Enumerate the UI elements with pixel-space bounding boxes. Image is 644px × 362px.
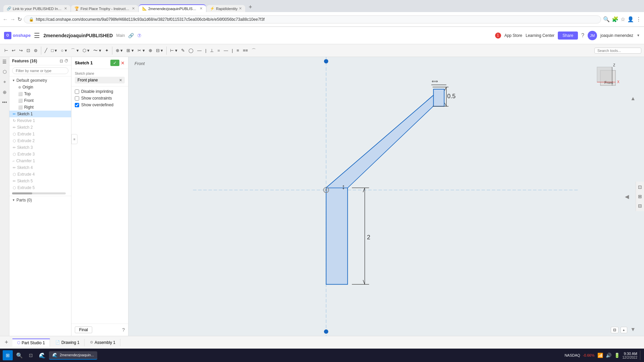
tool-side-panel[interactable]: ⊢ [3, 47, 10, 54]
feature-search-input[interactable] [12, 67, 68, 74]
tool-polygon[interactable]: ⬡ ▾ [81, 47, 92, 54]
show-overdefined-checkbox[interactable] [75, 103, 79, 107]
plane-close-icon[interactable]: ✕ [119, 78, 122, 82]
reload-button[interactable]: ↻ [17, 16, 22, 22]
new-tab-button[interactable]: + [246, 4, 255, 11]
tool-coincident[interactable]: ◯ [187, 47, 195, 54]
tab-1-close[interactable]: ✕ [64, 6, 67, 11]
zoom-fit-button[interactable]: ⊡ [611, 327, 619, 333]
sound-icon[interactable]: 🔊 [606, 353, 611, 358]
tool-construct[interactable]: ⊕ ▾ [114, 47, 125, 54]
tool-fix[interactable]: ⌒ [250, 47, 258, 55]
profile-icon[interactable]: 👤 [627, 16, 634, 22]
collapse-panel-button[interactable]: ≡ [71, 134, 77, 144]
tool-select[interactable]: ✎ [179, 47, 186, 54]
tree-item-right[interactable]: ⬜ Right [9, 104, 71, 111]
origin-icon[interactable]: ⊕ [3, 89, 7, 95]
tool-line[interactable]: ╱ [43, 47, 49, 54]
tool-redo[interactable]: ↪ [17, 47, 24, 54]
tool-rect[interactable]: □ ▾ [49, 47, 59, 54]
viewport-icon-2[interactable]: ⊞ [637, 192, 643, 200]
tree-item-sketch1[interactable]: ✏ Sketch 1 [9, 111, 71, 117]
tab-drawing[interactable]: 📄 Drawing 1 [51, 339, 85, 346]
tool-paste[interactable]: ⊚ [32, 47, 39, 54]
tree-item-top[interactable]: ⬜ Top [9, 90, 71, 97]
tree-item-sketch5[interactable]: ✏ Sketch 5 [9, 178, 71, 184]
user-avatar[interactable]: JM [588, 31, 597, 40]
sketch-cancel-button[interactable]: ✕ [121, 60, 125, 66]
tree-item-sketch2[interactable]: ✏ Sketch 2 [9, 124, 71, 131]
mates-icon[interactable]: ⌖ [3, 79, 6, 85]
menu-icon[interactable]: ☰ [34, 32, 40, 40]
tool-tangent[interactable]: | [204, 47, 208, 54]
app-taskbar-item[interactable]: 🌊 2menendezjoaquin... [49, 351, 97, 360]
zoom-in-button[interactable]: + [621, 327, 627, 333]
parts-section[interactable]: ▼ Parts (0) [9, 196, 71, 204]
user-chevron[interactable]: ▼ [637, 34, 640, 37]
tab-3[interactable]: 📐 2menendezjoaquinPUBLISHED ✕ [139, 4, 206, 12]
extensions-icon[interactable]: 🧩 [612, 16, 619, 22]
tool-dimension[interactable]: ⊢ ▾ [168, 47, 179, 54]
help-icon[interactable]: ? [581, 33, 584, 39]
tool-search-input[interactable] [594, 48, 641, 54]
tool-mirror[interactable]: ⊕ [147, 47, 154, 54]
start-button[interactable]: ⊞ [3, 350, 13, 360]
tool-horizontal[interactable]: — [222, 47, 230, 54]
disable-imprinting-option[interactable]: Disable imprinting [75, 89, 125, 94]
tree-group-default[interactable]: ▼ Default geometry [9, 77, 71, 84]
show-overdefined-option[interactable]: Show overdefined [75, 103, 125, 107]
tool-equal[interactable]: ≡ [235, 47, 241, 54]
back-button[interactable]: ← [3, 16, 8, 22]
tool-spline[interactable]: 〜 ▾ [92, 47, 103, 55]
battery-icon[interactable]: 🔋 [614, 353, 620, 358]
tool-copy[interactable]: ⊡ [25, 47, 32, 54]
filter-button[interactable]: ⊡ [60, 59, 63, 63]
bookmark-icon[interactable]: ☆ [621, 16, 625, 22]
add-tab-button[interactable]: + [3, 339, 10, 346]
tab-1[interactable]: 🔗 Link to your PUBLISHED Instruc... ✕ [3, 5, 70, 12]
tab-3-close[interactable]: ✕ [200, 6, 203, 11]
tab-2[interactable]: 🏆 First Place Trophy - Instructables ✕ [71, 5, 138, 12]
tree-item-extrude2[interactable]: ⬡ Extrude 2 [9, 137, 71, 144]
tree-item-origin[interactable]: ⊕ Origin [9, 84, 71, 90]
show-constraints-checkbox[interactable] [75, 96, 79, 101]
tool-vertical[interactable]: | [230, 47, 234, 54]
tree-item-sketch3[interactable]: ✏ Sketch 3 [9, 144, 71, 151]
tab-4-close[interactable]: ✕ [239, 6, 242, 11]
tool-parallel[interactable]: = [216, 47, 222, 54]
viewport-icon-1[interactable]: ⊡ [637, 183, 643, 191]
tool-circle[interactable]: ○ ▾ [59, 47, 68, 54]
tool-point[interactable]: ✦ [103, 47, 110, 54]
learning-center-button[interactable]: Learning Center [526, 33, 554, 38]
app-store-button[interactable]: App Store [504, 33, 522, 38]
address-input[interactable] [36, 17, 596, 22]
more-icon[interactable]: ••• [2, 100, 7, 105]
tree-item-extrude1[interactable]: ⬡ Extrude 1 [9, 131, 71, 137]
search-taskbar[interactable]: 🔍 [15, 351, 24, 360]
tool-undo[interactable]: ↩ [10, 47, 17, 54]
final-button[interactable]: Final [75, 326, 92, 333]
tab-4[interactable]: ⚡ RapidIdentity ✕ [207, 5, 245, 12]
sketch-ok-button[interactable]: ✓ [110, 60, 119, 66]
disable-imprinting-checkbox[interactable] [75, 89, 79, 94]
taskview-button[interactable]: ⊡ [26, 351, 36, 360]
tool-perpendicular[interactable]: ⊥ [208, 47, 215, 54]
edge-taskbar-icon[interactable]: 🌊 [38, 351, 47, 360]
tree-item-sketch4[interactable]: ✏ Sketch 4 [9, 164, 71, 171]
tool-arc[interactable]: ⌒ ▾ [69, 47, 80, 55]
tool-offset[interactable]: ⊞ ▾ [125, 47, 136, 54]
help-button[interactable]: ? [122, 327, 125, 333]
features-icon[interactable]: ☰ [2, 59, 7, 64]
tree-item-extrude3[interactable]: ⬡ Extrude 3 [9, 151, 71, 158]
viewport-icon-3[interactable]: ⊟ [637, 202, 643, 210]
settings-icon[interactable]: ⋮ [636, 16, 641, 22]
tool-midpoint[interactable]: — [196, 47, 203, 54]
tree-item-revolve1[interactable]: ↻ Revolve 1 [9, 117, 71, 124]
tree-item-extrude5[interactable]: ⬡ Extrude 5 [9, 184, 71, 191]
tree-item-chamfer1[interactable]: ⌐ Chamfer 1 [9, 158, 71, 164]
tool-pattern[interactable]: ⊟ ▾ [154, 47, 165, 54]
tool-trim[interactable]: ✂ ▾ [136, 47, 147, 54]
tree-item-front[interactable]: ⬜ Front [9, 97, 71, 104]
link-icon[interactable]: 🔗 [128, 33, 134, 38]
forward-button[interactable]: → [10, 16, 15, 22]
